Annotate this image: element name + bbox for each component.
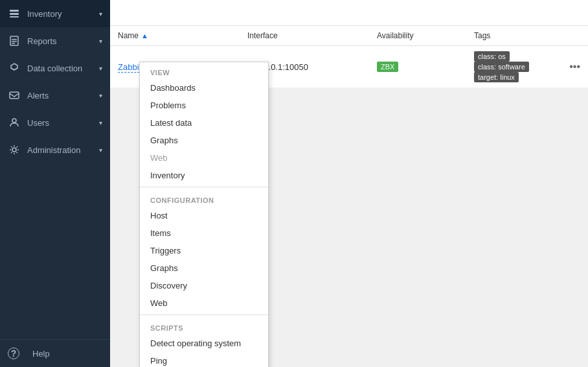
- help-icon: ?: [8, 348, 19, 359]
- svg-point-8: [12, 119, 16, 123]
- svg-rect-2: [10, 16, 19, 18]
- menu-item-graphs-config[interactable]: Graphs: [140, 259, 268, 277]
- scripts-section-label: SCRIPTS: [140, 318, 268, 335]
- sidebar-item-inventory[interactable]: Inventory ▾: [0, 0, 110, 27]
- tag-class-software: class: software: [474, 62, 529, 72]
- sidebar-bottom: ? Help: [0, 339, 110, 367]
- menu-item-detect-os[interactable]: Detect operating system: [140, 335, 268, 352]
- menu-item-latest-data[interactable]: Latest data: [140, 114, 268, 132]
- menu-item-dashboards[interactable]: Dashboards: [140, 79, 268, 97]
- menu-item-web-config[interactable]: Web: [140, 294, 268, 312]
- alerts-icon: [8, 89, 21, 102]
- svg-point-9: [12, 148, 16, 152]
- col-header-name[interactable]: Name ▲: [110, 26, 240, 46]
- help-label: Help: [32, 349, 50, 359]
- sidebar-item-users[interactable]: Users ▾: [0, 109, 110, 136]
- menu-item-web-view: Web: [140, 149, 268, 167]
- menu-item-triggers[interactable]: Triggers: [140, 242, 268, 259]
- sidebar-arrow-inventory: ▾: [99, 10, 102, 18]
- reports-icon: [8, 34, 21, 47]
- sidebar-label-data-collection: Data collection: [27, 64, 99, 73]
- sidebar: Inventory ▾ Reports ▾ Data collection ▾: [0, 0, 110, 367]
- users-icon: [8, 116, 21, 129]
- sidebar-item-administration[interactable]: Administration ▾: [0, 136, 110, 163]
- sidebar-arrow-data-collection: ▾: [99, 65, 102, 72]
- menu-divider-1: [140, 187, 268, 187]
- col-header-interface[interactable]: Interface: [240, 26, 369, 46]
- svg-rect-6: [12, 43, 15, 44]
- menu-divider-2: [140, 314, 268, 315]
- sidebar-arrow-reports: ▾: [99, 38, 102, 45]
- config-section-label: CONFIGURATION: [140, 190, 268, 207]
- data-collection-icon: [8, 62, 21, 75]
- sidebar-item-alerts[interactable]: Alerts ▾: [0, 82, 110, 109]
- cell-availability: ZBX: [369, 46, 466, 88]
- sort-arrow-name: ▲: [141, 32, 148, 40]
- svg-rect-1: [10, 13, 19, 15]
- sidebar-label-inventory: Inventory: [27, 9, 99, 19]
- col-header-availability[interactable]: Availability: [369, 26, 466, 46]
- content-area: Name ▲ Interface Availability Tags: [110, 26, 588, 367]
- view-section-label: VIEW: [140, 62, 268, 79]
- row-actions-button[interactable]: •••: [569, 61, 580, 72]
- menu-item-discovery[interactable]: Discovery: [140, 277, 268, 294]
- svg-rect-0: [10, 10, 19, 12]
- sidebar-label-administration: Administration: [27, 145, 99, 155]
- sidebar-arrow-administration: ▾: [99, 147, 102, 154]
- sidebar-help[interactable]: ? Help: [0, 340, 110, 367]
- sidebar-arrow-users: ▾: [99, 119, 102, 126]
- main-content: Name ▲ Interface Availability Tags: [110, 0, 588, 367]
- sidebar-label-users: Users: [27, 118, 99, 128]
- sidebar-label-reports: Reports: [27, 36, 99, 46]
- menu-item-host[interactable]: Host: [140, 207, 268, 224]
- topbar: [110, 0, 588, 26]
- menu-item-inventory-view[interactable]: Inventory: [140, 167, 268, 184]
- sidebar-item-reports[interactable]: Reports ▾: [0, 27, 110, 54]
- context-menu: VIEW Dashboards Problems Latest data Gra…: [139, 62, 269, 367]
- cell-tags: class: os class: software target: linux: [466, 46, 561, 88]
- tag-class-os: class: os: [474, 51, 510, 62]
- svg-rect-5: [12, 41, 17, 42]
- zbx-badge: ZBX: [377, 62, 398, 72]
- svg-rect-7: [10, 92, 19, 99]
- administration-icon: [8, 143, 21, 156]
- col-header-tags[interactable]: Tags: [466, 26, 561, 46]
- svg-rect-4: [12, 39, 17, 40]
- menu-item-items[interactable]: Items: [140, 224, 268, 242]
- sidebar-arrow-alerts: ▾: [99, 92, 102, 99]
- inventory-icon: [8, 7, 21, 20]
- sidebar-label-alerts: Alerts: [27, 91, 99, 101]
- menu-item-graphs-view[interactable]: Graphs: [140, 132, 268, 149]
- table-header-row: Name ▲ Interface Availability Tags: [110, 26, 588, 46]
- sidebar-item-data-collection[interactable]: Data collection ▾: [0, 54, 110, 82]
- menu-item-ping[interactable]: Ping: [140, 352, 268, 367]
- cell-row-actions[interactable]: •••: [561, 46, 588, 88]
- menu-item-problems[interactable]: Problems: [140, 97, 268, 114]
- col-header-actions: [561, 26, 588, 46]
- tag-target-linux: target: linux: [474, 72, 519, 82]
